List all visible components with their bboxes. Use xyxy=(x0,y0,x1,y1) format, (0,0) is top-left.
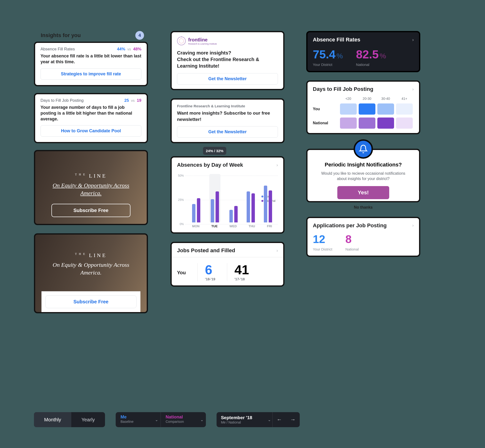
grow-pool-button[interactable]: How to Grow Candidate Pool xyxy=(41,125,141,137)
fill-rates-card[interactable]: Absence Fill Rates › 75.4% Your District… xyxy=(306,31,420,72)
insight-body: Your absence fill rate is a little bit l… xyxy=(41,53,141,65)
chevron-right-icon[interactable]: › xyxy=(412,87,414,92)
next-arrow-icon[interactable]: → xyxy=(286,416,300,423)
line-promo-dark[interactable]: T H E LINE On Equity & Opportunity Acros… xyxy=(34,150,148,225)
jobs-prev-value: 41 xyxy=(235,263,249,276)
insight-card-title: Absence Fill Rates xyxy=(41,47,75,52)
frontline-promo-large: frontline Research & Learning Institute … xyxy=(171,31,284,90)
strategies-button[interactable]: Strategies to improve fill rate xyxy=(41,68,141,80)
frontline-promo-small: Frontline Research & Learning Institute … xyxy=(171,98,284,143)
comparison-values: 25 vs 19 xyxy=(124,98,141,103)
insight-body: Your average number of days to fill a jo… xyxy=(41,104,141,122)
notification-card: Periodic Insight Notifications? Would yo… xyxy=(306,149,420,202)
chevron-right-icon[interactable]: › xyxy=(412,37,414,42)
frontline-body: Craving more insights? Check out the Fro… xyxy=(177,50,278,69)
chevron-down-icon: ⌄ xyxy=(155,417,158,422)
heat-row-national: National xyxy=(313,118,414,129)
you-label: You xyxy=(177,270,186,275)
line-tagline: On Equity & Opportunity Across America. xyxy=(41,182,140,197)
card-title: Absence Fill Rates xyxy=(313,37,360,43)
no-thanks-link[interactable]: No thanks xyxy=(306,205,420,210)
line-logo: T H E LINE xyxy=(75,173,107,179)
chevron-right-icon[interactable]: › xyxy=(412,223,414,228)
line-tagline: On Equity & Opportunity Across America. xyxy=(41,261,140,277)
card-title: Applications per Job Posting xyxy=(313,223,386,229)
chevron-down-icon: ⌄ xyxy=(200,417,204,422)
comparison-picker[interactable]: Me Baseline ⌄ National Comparison ⌄ xyxy=(116,412,206,427)
get-newsletter-button[interactable]: Get the Newsletter xyxy=(177,126,278,138)
segment-monthly[interactable]: Monthly xyxy=(34,412,71,427)
date-picker[interactable]: September '18 Me / National ⌄ ← → xyxy=(217,412,300,427)
subscribe-free-button[interactable]: Subscribe Free xyxy=(45,295,137,308)
insights-header: Insights for you 4 xyxy=(34,31,148,42)
chevron-right-icon[interactable]: › xyxy=(276,163,278,168)
notify-body: Would you like to recieve occasional not… xyxy=(313,171,414,182)
comparison-select[interactable]: National Comparison ⌄ xyxy=(161,412,206,427)
yes-button[interactable]: Yes! xyxy=(337,186,389,199)
line-logo: T H E LINE xyxy=(75,252,107,258)
heat-row-you: You xyxy=(313,104,414,115)
date-select[interactable]: September '18 Me / National ⌄ xyxy=(217,413,272,427)
period-segmented-control[interactable]: Monthly Yearly xyxy=(34,412,105,427)
insight-card-title: Days to Fill Job Posting xyxy=(41,98,84,103)
chart-plot: 50%25%0% xyxy=(186,174,278,223)
line-promo-light-cta[interactable]: T H E LINE On Equity & Opportunity Acros… xyxy=(34,233,148,313)
insight-card-fill-rates[interactable]: Absence Fill Rates 44% vs 48% Your absen… xyxy=(34,42,148,86)
comparison-values: 44% vs 48% xyxy=(117,47,141,52)
jobs-posted-card[interactable]: Jobs Posted and Filled › You 6 '18-'19 4… xyxy=(171,242,284,287)
chart-tooltip: 24% / 32% xyxy=(203,147,227,155)
notify-title: Periodic Insight Notifications? xyxy=(313,162,414,168)
apps-your-district: 12 xyxy=(313,232,332,246)
subscribe-free-button[interactable]: Subscribe Free xyxy=(51,204,131,217)
insights-title: Insights for you xyxy=(41,32,81,39)
chart-title: Absences by Day of Week xyxy=(177,162,243,168)
segment-yearly[interactable]: Yearly xyxy=(71,412,105,427)
insight-card-days-to-fill[interactable]: Days to Fill Job Posting 25 vs 19 Your a… xyxy=(34,93,148,144)
frontline-body: Want more insights? Subscribe to our fre… xyxy=(177,110,278,122)
days-to-fill-card[interactable]: Days to Fill Job Posting › <20 20-30 30-… xyxy=(306,80,420,134)
applications-card[interactable]: Applications per Job Posting › 12 Your D… xyxy=(306,217,420,257)
absences-chart-card[interactable]: 24% / 32% Absences by Day of Week › You … xyxy=(171,156,284,233)
jobs-current-value: 6 xyxy=(205,263,215,276)
frontline-label: Frontline Research & Learning Institute xyxy=(177,104,278,108)
bell-icon xyxy=(353,139,373,159)
card-title: Days to Fill Job Posting xyxy=(313,86,373,92)
apps-national: 8 xyxy=(345,232,359,246)
chevron-down-icon: ⌄ xyxy=(268,417,271,422)
baseline-select[interactable]: Me Baseline ⌄ xyxy=(116,412,161,427)
frontline-mark-icon xyxy=(177,37,186,45)
insights-count-badge: 4 xyxy=(135,31,144,40)
your-district-rate: 75.4% xyxy=(313,48,343,61)
get-newsletter-button[interactable]: Get the Newsletter xyxy=(177,73,278,85)
frontline-logo: frontline Research & Learning Institute xyxy=(177,37,278,45)
heat-header: <20 20-30 30-40 41+ xyxy=(313,97,414,101)
national-rate: 82.5% xyxy=(356,48,386,61)
prev-arrow-icon[interactable]: ← xyxy=(272,416,286,423)
card-title: Jobs Posted and Filled xyxy=(177,247,235,254)
chevron-right-icon[interactable]: › xyxy=(276,248,278,253)
